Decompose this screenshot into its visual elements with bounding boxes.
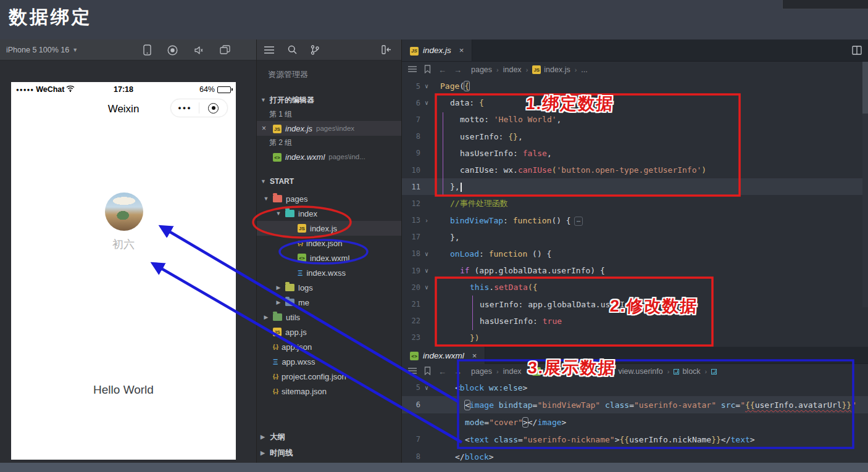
code-line[interactable]: 5∨<block wx:else> [402,379,868,396]
tree-item-logs[interactable]: ▶logs [257,280,401,295]
close-icon[interactable]: × [472,351,477,360]
breadcrumb-item[interactable]: block [674,367,700,376]
forward-icon[interactable]: → [454,65,462,75]
phone-mode-icon[interactable] [143,44,151,56]
list-icon[interactable] [264,46,274,54]
text-cursor [461,183,462,192]
code-line[interactable]: 8</block> [402,448,868,465]
line-number: 7 [402,115,420,124]
fold-icon[interactable]: ∨ [420,250,433,257]
tree-item-index-json[interactable]: {..}index.json [257,236,401,250]
code-line[interactable]: 9hasUserInfo: false, [402,145,868,162]
breadcrumb-item[interactable]: pages [471,367,492,376]
code-line[interactable]: 7motto: 'Hello World', [402,111,868,128]
record-icon[interactable] [167,45,178,56]
fold-icon[interactable]: ∨ [420,284,433,291]
breadcrumb-item[interactable]: view.userinfo [609,367,662,376]
code-line[interactable]: 5∨Page({ [402,78,868,94]
fold-icon[interactable]: › [420,217,433,224]
code-line[interactable]: 13›bindViewTap: function() {⋯ [402,212,868,229]
open-editors-header[interactable]: ▼ 打开的编辑器 [257,93,401,107]
breadcrumb-item[interactable]: index [503,65,522,74]
code-line[interactable]: 19∨if (app.globalData.userInfo) { [402,262,868,279]
code-line[interactable]: 10canIUse: wx.canIUse('button.open-type.… [402,162,868,178]
tree-item-index-wxss[interactable]: Ξindex.wxss [257,265,401,280]
more-dots-icon[interactable]: ●●● [171,105,199,111]
breadcrumb-item[interactable]: ... [581,65,587,74]
project-section-header[interactable]: ▼ START [257,174,401,189]
twistie-icon[interactable]: ▶ [275,299,282,305]
back-icon[interactable]: ← [438,367,446,376]
capsule-button[interactable]: ●●● [170,99,228,117]
line-number: 19 [402,267,420,275]
twistie-icon[interactable]: ▶ [275,284,282,291]
fold-icon[interactable]: ∨ [420,99,433,106]
tree-item-utils[interactable]: ▶utils [257,310,401,325]
tree-item-sitemap-json[interactable]: {..}sitemap.json [257,384,401,399]
code-line[interactable]: 23}) [402,329,868,346]
tab-indexwxml[interactable]: <> index.wxml × [402,347,485,364]
forward-icon[interactable]: → [454,367,462,376]
outline-section[interactable]: ▶ 大纲 [257,429,401,444]
code-line[interactable]: 17}, [402,229,868,246]
crumb-separator-icon: › [496,368,499,375]
code-line[interactable]: 20∨this.setData({ [402,279,868,296]
git-branch-icon[interactable] [311,45,319,55]
code-token: app.globalData.userInfo [479,266,590,275]
list-icon[interactable] [408,367,417,376]
open-editor-indexjs[interactable]: × JS index.js pages\index [257,121,401,136]
tree-item-project-config-json[interactable]: {..}project.config.json [257,369,401,384]
code-editor-indexwxml[interactable]: 5∨<block wx:else>6<image bindtap="bindVi… [402,379,868,465]
close-icon[interactable]: × [262,124,269,133]
open-editor-indexwxml[interactable]: <> index.wxml pages\ind... [257,149,401,164]
code-line[interactable]: 8userInfo: {}, [402,128,868,145]
twistie-icon[interactable]: ▶ [263,314,269,320]
code-token: hasUserInfo: [480,317,543,326]
breadcrumb-item[interactable]: pages [471,65,492,74]
code-line[interactable]: 11}, [402,178,868,195]
list-icon[interactable] [408,65,417,74]
collapse-panel-icon[interactable] [382,45,391,54]
code-line[interactable]: 18∨onLoad: function () { [402,246,868,262]
bookmark-icon[interactable] [424,366,431,377]
device-selector[interactable]: iPhone 5 100% 16 ▼ [6,46,78,54]
tree-item-index-js[interactable]: JSindex.js [257,221,401,236]
js-file-icon: JS [273,125,282,133]
twistie-icon[interactable]: ▼ [263,196,269,202]
tree-item-pages[interactable]: ▼pages [257,191,401,206]
fold-icon[interactable]: ∨ [420,83,433,89]
twistie-icon[interactable]: ▼ [275,210,282,217]
timeline-section[interactable]: ▶ 时间线 [257,445,401,460]
breadcrumb-item[interactable]: JSindex.js [532,65,570,74]
code-line[interactable]: 6∨data: { [402,94,868,111]
code-token: bindtap [499,400,533,410]
tree-item-app-json[interactable]: {..}app.json [257,339,401,354]
tree-item-index-wxml[interactable]: <>index.wxml [257,250,401,265]
tree-item-index[interactable]: ▼index [257,206,401,221]
tree-item-app-wxss[interactable]: Ξapp.wxss [257,354,401,369]
code-token: : [503,216,513,225]
bookmark-icon[interactable] [424,65,431,75]
tree-item-app-js[interactable]: JSapp.js [257,325,401,339]
code-token: text [731,435,750,444]
search-icon[interactable] [288,45,297,54]
close-icon[interactable]: × [459,46,464,55]
fold-icon[interactable]: ∨ [420,267,433,274]
windows-overlap-icon[interactable] [220,45,230,55]
code-line[interactable]: 12//事件处理函数 [402,195,868,212]
breadcrumb-item[interactable]: index [503,367,522,376]
user-avatar[interactable] [105,193,143,231]
code-line[interactable]: mode="cover"></image> [402,413,868,431]
code-line[interactable]: 6<image bindtap="bindViewTap" class="use… [402,396,868,413]
close-target-icon[interactable] [199,103,227,114]
code-token: 'Hello World' [494,115,557,124]
tree-item-me[interactable]: ▶me [257,295,401,310]
editor-scrollbar[interactable] [862,62,868,307]
split-editor-icon[interactable] [852,46,862,57]
breadcrumb-item[interactable] [711,369,717,375]
speaker-icon[interactable] [194,46,204,55]
fold-icon[interactable]: ∨ [420,384,433,391]
back-icon[interactable]: ← [438,65,446,75]
tab-indexjs[interactable]: JS index.js × [402,39,472,61]
code-line[interactable]: 7<text class="userinfo-nickname">{{userI… [402,431,868,448]
